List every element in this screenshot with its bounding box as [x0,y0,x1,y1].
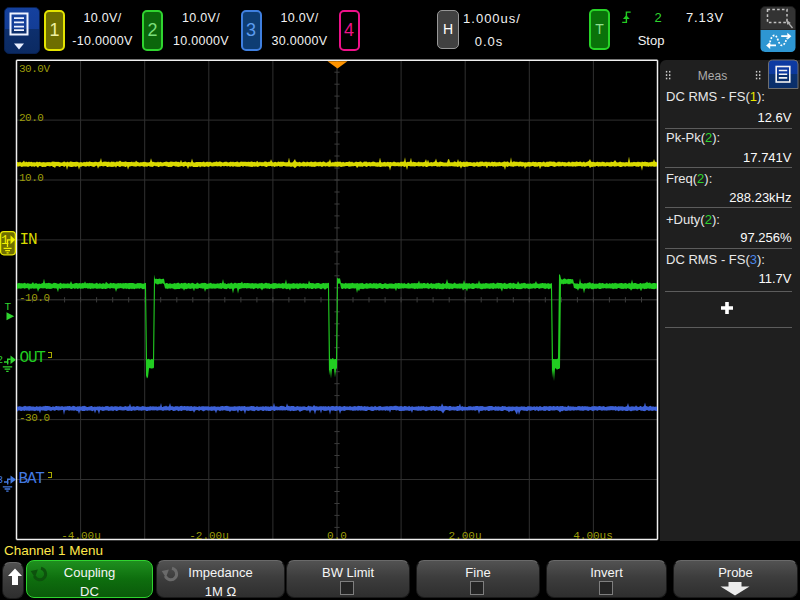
svg-text:T: T [5,301,12,313]
svg-text:3: 3 [0,474,3,486]
svg-text:2: 2 [0,354,3,366]
